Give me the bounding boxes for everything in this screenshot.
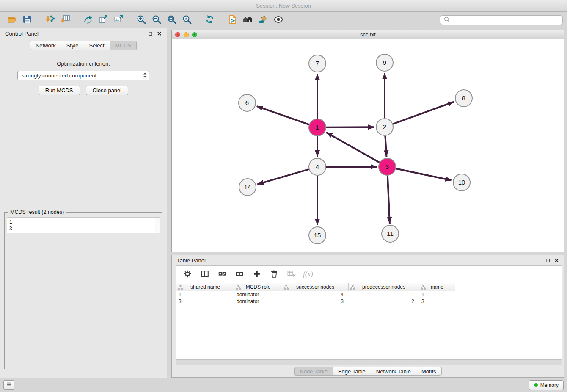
table-cell[interactable]: 2 — [349, 298, 419, 304]
import-network-button[interactable] — [42, 13, 58, 27]
graph-node-15[interactable]: 15 — [309, 227, 326, 244]
export-table-button[interactable] — [96, 13, 111, 27]
table-cell[interactable]: 1 — [349, 292, 419, 298]
graph-node-6[interactable]: 6 — [239, 94, 256, 111]
close-table-panel-icon[interactable] — [554, 258, 559, 263]
eye-icon — [273, 14, 284, 26]
table-body[interactable]: 1dominator4113dominator323 — [176, 291, 562, 359]
table-cell[interactable]: 4 — [282, 292, 349, 298]
zoom-in-button[interactable] — [134, 13, 149, 27]
close-window-icon[interactable]: × — [175, 32, 180, 37]
right-side: × − + scc.txt 7968124314101511 Table Pan… — [167, 28, 567, 378]
table-tab-motifs[interactable]: Motifs — [416, 367, 442, 376]
status-bar: Memory — [0, 378, 567, 392]
delete-table-button — [286, 268, 297, 281]
graph-edge-2-3[interactable] — [385, 136, 386, 157]
criterion-select[interactable]: strongly connected component — [17, 71, 149, 80]
graph-edge-3-11[interactable] — [388, 176, 390, 224]
float-table-panel-icon[interactable] — [545, 258, 550, 263]
deselect-all-columns-button[interactable] — [234, 268, 245, 281]
group-nodes-button[interactable] — [240, 13, 256, 27]
graph-node-2[interactable]: 2 — [376, 119, 393, 135]
table-cell[interactable]: 3 — [282, 298, 349, 304]
graph-edge-3-1[interactable] — [326, 133, 380, 163]
column-header-shared-name[interactable]: shared name — [176, 283, 234, 291]
column-header-successor-nodes[interactable]: successor nodes — [282, 283, 349, 291]
table-settings-button[interactable] — [182, 268, 193, 281]
select-all-columns-button[interactable] — [216, 268, 228, 281]
search-box[interactable] — [440, 15, 563, 25]
graph-node-1[interactable]: 1 — [309, 119, 326, 136]
search-input[interactable] — [452, 17, 559, 23]
graph-node-11[interactable]: 11 — [382, 225, 399, 242]
graph-edge-3-10[interactable] — [396, 168, 452, 180]
network-window-titlebar[interactable]: × − + scc.txt — [172, 30, 564, 39]
optimization-criterion-label: Optimization criterion: — [0, 61, 167, 67]
table-tab-node-table[interactable]: Node Table — [294, 367, 333, 376]
table-hscroll-track[interactable] — [176, 359, 562, 365]
close-panel-button[interactable]: Close panel — [86, 86, 129, 95]
split-columns-button[interactable] — [199, 268, 211, 281]
table-row[interactable]: 1dominator411 — [176, 291, 562, 298]
graph-node-8[interactable]: 8 — [455, 90, 472, 107]
table-cell[interactable]: 1 — [176, 292, 234, 298]
graph-edge-1-2[interactable] — [326, 127, 374, 127]
graph-node-9[interactable]: 9 — [376, 54, 393, 71]
graph-node-14[interactable]: 14 — [239, 179, 256, 196]
apply-style-button[interactable] — [256, 13, 271, 27]
table-cell[interactable]: 1 — [419, 292, 455, 298]
run-mcds-button[interactable]: Run MCDS — [39, 86, 80, 95]
show-panels-button[interactable] — [3, 380, 14, 390]
column-header-name[interactable]: name — [419, 283, 455, 291]
tab-style[interactable]: Style — [61, 41, 84, 50]
table-panel-title: Table Panel — [177, 257, 206, 264]
table-tab-edge-table[interactable]: Edge Table — [333, 367, 371, 376]
export-image-button[interactable] — [111, 13, 126, 27]
graph-node-3[interactable]: 3 — [379, 158, 396, 175]
close-panel-icon[interactable] — [157, 31, 162, 36]
graph-edge-1-6[interactable] — [257, 106, 309, 124]
graph-node-7[interactable]: 7 — [309, 55, 326, 72]
zoom-selected-button[interactable] — [179, 13, 195, 27]
column-header-MCDS-role[interactable]: MCDS role — [234, 283, 282, 291]
graph-node-4[interactable]: 4 — [309, 158, 326, 175]
select-stepper-icon — [143, 72, 147, 80]
table-cell[interactable]: dominator — [234, 292, 282, 298]
column-header-predecessor-nodes[interactable]: predecessor nodes — [349, 283, 419, 291]
delete-columns-button[interactable] — [268, 268, 280, 281]
export-network-button[interactable] — [80, 13, 96, 27]
create-column-button[interactable] — [251, 268, 263, 281]
zoom-fit-button[interactable] — [164, 13, 179, 27]
open-session-button[interactable] — [4, 13, 19, 27]
function-builder-button: f(x) — [303, 270, 313, 279]
minimize-window-icon[interactable]: − — [184, 32, 189, 37]
network-graph[interactable]: 7968124314101511 — [172, 39, 564, 252]
memory-status-icon — [534, 383, 538, 387]
table-cell[interactable]: 3 — [176, 298, 234, 304]
memory-label: Memory — [540, 382, 559, 388]
import-table-icon — [60, 14, 70, 26]
show-graphics-details-button[interactable] — [271, 13, 286, 27]
import-table-button[interactable] — [58, 13, 73, 27]
zoom-window-icon[interactable]: + — [192, 32, 197, 37]
graph-node-10[interactable]: 10 — [453, 174, 470, 191]
apply-layout-button[interactable] — [202, 13, 217, 27]
zoom-out-button[interactable] — [149, 13, 164, 27]
memory-button[interactable]: Memory — [529, 380, 564, 390]
tab-network[interactable]: Network — [30, 41, 61, 50]
table-cell[interactable]: 3 — [419, 298, 455, 304]
network-canvas[interactable]: 7968124314101511 — [172, 39, 564, 252]
new-network-from-selection-button[interactable] — [225, 13, 240, 27]
tab-mcds[interactable]: MCDS — [110, 41, 137, 50]
float-panel-icon[interactable] — [148, 31, 153, 36]
table-cell[interactable]: dominator — [234, 298, 282, 304]
mcds-result-list[interactable]: 13 — [7, 217, 160, 233]
tab-select[interactable]: Select — [84, 41, 110, 50]
save-session-button[interactable] — [19, 13, 35, 27]
result-scrollbar[interactable] — [155, 218, 160, 233]
svg-text:15: 15 — [314, 232, 321, 239]
table-tab-network-table[interactable]: Network Table — [371, 367, 416, 376]
graph-edge-4-14[interactable] — [257, 169, 309, 184]
graph-edge-2-8[interactable] — [393, 102, 454, 124]
table-row[interactable]: 3dominator323 — [176, 298, 562, 305]
